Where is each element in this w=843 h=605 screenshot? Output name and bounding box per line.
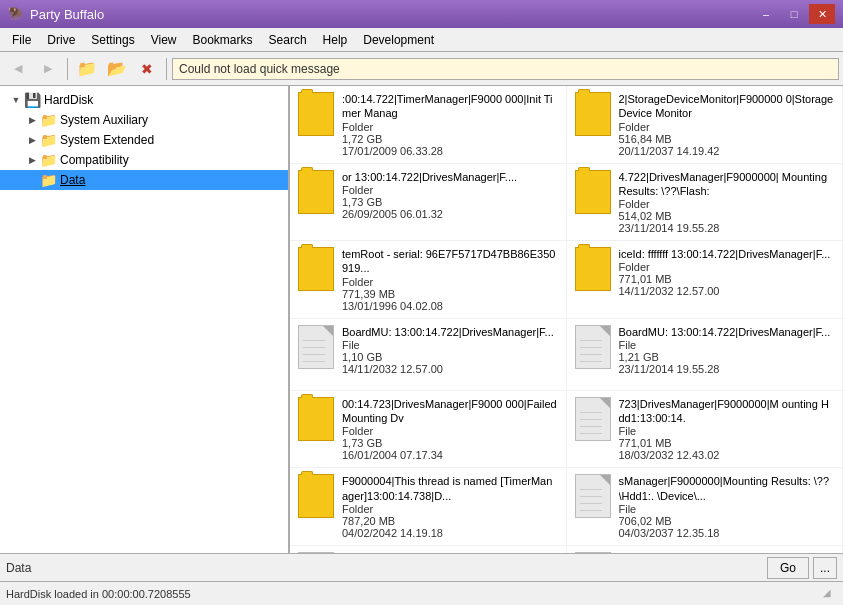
- folder-icon: [298, 474, 334, 518]
- folder-icon-compat: 📁: [40, 152, 57, 168]
- list-item[interactable]: iceId: fffffff 13:00:14.722|DrivesManage…: [567, 241, 844, 319]
- file-size: 1,10 GB: [342, 351, 558, 363]
- go-button[interactable]: Go: [767, 557, 809, 579]
- file-type: File: [619, 339, 835, 351]
- tree-panel[interactable]: ▼ 💾 HardDisk ▶ 📁 System Auxiliary ▶ 📁 Sy…: [0, 86, 290, 553]
- menu-bookmarks[interactable]: Bookmarks: [185, 28, 261, 51]
- list-item[interactable]: F9000004|This thread is named [TimerMana…: [290, 468, 567, 546]
- file-grid: :00:14.722|TimerManager|F9000 000|Init T…: [290, 86, 843, 553]
- file-name: :00:14.722|TimerManager|F9000 000|Init T…: [342, 92, 558, 121]
- folder-icon: [575, 92, 611, 136]
- tree-expander-data[interactable]: [24, 172, 40, 188]
- file-details: - DeviceId: 00000001 13:00:14.738|Drives…: [619, 552, 835, 553]
- toolbar-message: Could not load quick message: [172, 58, 839, 80]
- status-bar: Data Go ...: [0, 553, 843, 581]
- open-folder-button[interactable]: 📂: [103, 56, 131, 82]
- file-name: - DeviceId: 00000001 13:00:14.738|Drives…: [619, 552, 835, 553]
- file-details: 2|StorageDeviceMonitor|F900000 0|Storage…: [619, 92, 835, 157]
- tree-item-compat[interactable]: ▶ 📁 Compatibility: [0, 150, 288, 170]
- file-name: 00:14.723|DrivesManager|F9000 000|Failed…: [342, 397, 558, 426]
- tree-expander-sysaux[interactable]: ▶: [24, 112, 40, 128]
- tree-expander-sysext[interactable]: ▶: [24, 132, 40, 148]
- file-type: Folder: [342, 184, 558, 196]
- stop-button[interactable]: ✖: [133, 56, 161, 82]
- file-size: 1,72 GB: [342, 133, 558, 145]
- back-button[interactable]: ◀: [4, 56, 32, 82]
- file-type: Folder: [342, 503, 558, 515]
- menu-drive[interactable]: Drive: [39, 28, 83, 51]
- resize-grip-icon[interactable]: ◢: [823, 587, 837, 601]
- file-size: 1,73 GB: [342, 196, 558, 208]
- file-date: 18/03/2032 12.43.02: [619, 449, 835, 461]
- list-item[interactable]: 0\Partition1 - serial: 20202020202020202…: [290, 546, 567, 553]
- list-item[interactable]: 00:14.723|DrivesManager|F9000 000|Failed…: [290, 391, 567, 469]
- file-name: 0\Partition1 - serial: 20202020202020202…: [342, 552, 558, 553]
- maximize-button[interactable]: □: [781, 4, 807, 24]
- file-list-panel[interactable]: :00:14.722|TimerManager|F9000 000|Init T…: [290, 86, 843, 553]
- file-size: 771,39 MB: [342, 288, 558, 300]
- tree-expander-compat[interactable]: ▶: [24, 152, 40, 168]
- status-path: Data: [6, 561, 763, 575]
- list-item[interactable]: temRoot - serial: 96E7F5717D47BB86E35091…: [290, 241, 567, 319]
- tree-label-sysaux: System Auxiliary: [60, 113, 148, 127]
- list-item[interactable]: :00:14.722|TimerManager|F9000 000|Init T…: [290, 86, 567, 164]
- file-name: 4.722|DrivesManager|F9000000| Mounting R…: [619, 170, 835, 199]
- minimize-button[interactable]: –: [753, 4, 779, 24]
- toolbar: ◀ ▶ 📁 📂 ✖ Could not load quick message: [0, 52, 843, 86]
- file-name: iceId: fffffff 13:00:14.722|DrivesManage…: [619, 247, 835, 261]
- list-item[interactable]: - DeviceId: 00000001 13:00:14.738|Drives…: [567, 546, 844, 553]
- title-controls: – □ ✕: [753, 4, 835, 24]
- tree-item-sysaux[interactable]: ▶ 📁 System Auxiliary: [0, 110, 288, 130]
- list-item[interactable]: BoardMU: 13:00:14.722|DrivesManager|F...…: [567, 319, 844, 391]
- tree-item-harddisk[interactable]: ▼ 💾 HardDisk: [0, 90, 288, 110]
- file-name: 2|StorageDeviceMonitor|F900000 0|Storage…: [619, 92, 835, 121]
- menu-search[interactable]: Search: [261, 28, 315, 51]
- list-item[interactable]: 2|StorageDeviceMonitor|F900000 0|Storage…: [567, 86, 844, 164]
- folder-icon-sysaux: 📁: [40, 112, 57, 128]
- file-size: 1,73 GB: [342, 437, 558, 449]
- file-type: Folder: [619, 198, 835, 210]
- menu-settings[interactable]: Settings: [83, 28, 142, 51]
- menu-file[interactable]: File: [4, 28, 39, 51]
- forward-button[interactable]: ▶: [34, 56, 62, 82]
- file-icon: [298, 325, 334, 369]
- file-details: temRoot - serial: 96E7F5717D47BB86E35091…: [342, 247, 558, 312]
- folder-icon-data: 📁: [40, 172, 57, 188]
- tree-item-sysext[interactable]: ▶ 📁 System Extended: [0, 130, 288, 150]
- folder-icon: [298, 92, 334, 136]
- file-details: 4.722|DrivesManager|F9000000| Mounting R…: [619, 170, 835, 235]
- file-date: 13/01/1996 04.02.08: [342, 300, 558, 312]
- file-date: 14/11/2032 12.57.00: [619, 285, 835, 297]
- file-details: or 13:00:14.722|DrivesManager|F....Folde…: [342, 170, 558, 220]
- tree-item-data[interactable]: 📁 Data: [0, 170, 288, 190]
- list-item[interactable]: 723|DrivesManager|F9000000|M ounting Hdd…: [567, 391, 844, 469]
- file-date: 26/09/2005 06.01.32: [342, 208, 558, 220]
- list-item[interactable]: BoardMU: 13:00:14.722|DrivesManager|F...…: [290, 319, 567, 391]
- app-title: Party Buffalo: [30, 7, 104, 22]
- file-details: BoardMU: 13:00:14.722|DrivesManager|F...…: [619, 325, 835, 375]
- file-name: temRoot - serial: 96E7F5717D47BB86E35091…: [342, 247, 558, 276]
- folder-icon-sysext: 📁: [40, 132, 57, 148]
- list-item[interactable]: or 13:00:14.722|DrivesManager|F....Folde…: [290, 164, 567, 242]
- folder-icon: [298, 170, 334, 214]
- list-item[interactable]: sManager|F9000000|Mounting Results: \??\…: [567, 468, 844, 546]
- close-button[interactable]: ✕: [809, 4, 835, 24]
- file-size: 771,01 MB: [619, 437, 835, 449]
- file-details: :00:14.722|TimerManager|F9000 000|Init T…: [342, 92, 558, 157]
- menu-view[interactable]: View: [143, 28, 185, 51]
- tree-expander-harddisk[interactable]: ▼: [8, 92, 24, 108]
- more-button[interactable]: ...: [813, 557, 837, 579]
- file-name: F9000004|This thread is named [TimerMana…: [342, 474, 558, 503]
- file-size: 771,01 MB: [619, 273, 835, 285]
- bottom-status: HardDisk loaded in 00:00:00.7208555 ◢: [0, 581, 843, 605]
- list-item[interactable]: 4.722|DrivesManager|F9000000| Mounting R…: [567, 164, 844, 242]
- title-bar: 🦬 Party Buffalo – □ ✕: [0, 0, 843, 28]
- file-size: 787,20 MB: [342, 515, 558, 527]
- file-icon: [575, 397, 611, 441]
- menu-help[interactable]: Help: [315, 28, 356, 51]
- menu-development[interactable]: Development: [355, 28, 442, 51]
- file-icon: [575, 552, 611, 553]
- folder-button[interactable]: 📁: [73, 56, 101, 82]
- file-details: iceId: fffffff 13:00:14.722|DrivesManage…: [619, 247, 835, 297]
- file-details: 723|DrivesManager|F9000000|M ounting Hdd…: [619, 397, 835, 462]
